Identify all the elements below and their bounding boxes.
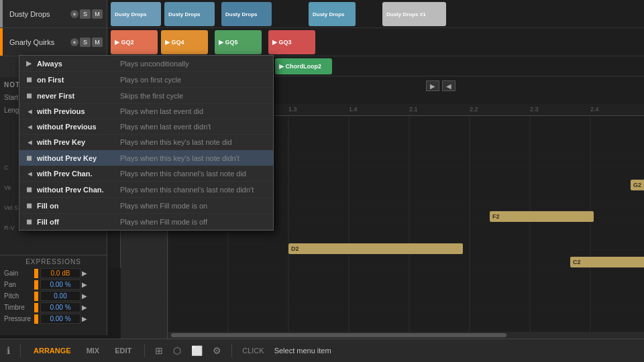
expr-value-1[interactable]: 0.00 % <box>40 280 80 290</box>
track-s-dusty[interactable]: S <box>80 9 91 19</box>
ve-label: Ve <box>4 184 11 191</box>
expressions-panel: EXPRESSIONS Gain 0.0 dB ▶ Pan 0.00 % ▶ P… <box>0 255 107 335</box>
dropdown-item-desc-10: Plays when Fill mode is off <box>120 218 207 226</box>
dropdown-item-icon-10: ◼ <box>26 217 37 226</box>
expr-label-0: Gain <box>4 269 34 277</box>
track-s-gnarly[interactable]: S <box>80 38 91 47</box>
expr-row-1: Pan 0.00 % ▶ <box>4 280 103 290</box>
dropdown-item-4[interactable]: ◄ without Previous Plays when last event… <box>19 119 273 135</box>
dropdown-item-name-0: Always <box>37 60 117 68</box>
h-scrollbar-thumb[interactable] <box>171 333 506 337</box>
arr-clip-GQ4[interactable]: ▶ GQ4 <box>161 30 208 54</box>
dropdown-item-name-4: without Previous <box>37 123 117 131</box>
dropdown-item-icon-2: ◼ <box>26 91 37 100</box>
expressions-title: EXPRESSIONS <box>4 258 103 265</box>
arr-clip-GQ5[interactable]: ▶ GQ5 <box>215 30 262 54</box>
mixer-icon[interactable]: ⚙ <box>213 345 221 356</box>
dropdown-item-2[interactable]: ◼ never First Skips the first cycle <box>19 88 273 104</box>
sep2 <box>144 344 145 357</box>
expr-arrow-2[interactable]: ▶ <box>82 292 87 300</box>
dropdown-item-6[interactable]: ◼ without Prev Key Plays when this key's… <box>19 150 273 166</box>
dropdown-item-name-9: Fill on <box>37 202 117 210</box>
view-icon[interactable]: ⬜ <box>191 345 203 356</box>
dropdown-item-name-5: with Prev Key <box>37 138 117 146</box>
dropdown-item-desc-1: Plays on first cycle <box>120 76 181 84</box>
arr-clip-Dusty-Drops[interactable]: Dusty Drops <box>164 2 215 26</box>
play-btn[interactable]: ▶ <box>426 80 439 91</box>
tab-mix[interactable]: MIX <box>84 345 103 356</box>
expr-row-4: Pressure 0.00 % ▶ <box>4 314 103 324</box>
vel-label: Vel S <box>4 204 18 211</box>
tab-arrange[interactable]: ARRANGE <box>31 345 74 356</box>
note-block-D2[interactable]: D2 <box>288 243 463 254</box>
dropdown-item-icon-1: ◼ <box>26 75 37 84</box>
track-row-gnarly: ▶ GQ2▶ GQ4▶ GQ5▶ GQ3 <box>107 28 644 56</box>
track-color-dusty <box>0 0 3 27</box>
h-scrollbar[interactable] <box>168 332 644 339</box>
dropdown-item-8[interactable]: ◼ without Prev Chan. Plays when this cha… <box>19 182 273 198</box>
expr-bar-4 <box>34 314 38 324</box>
expr-row-2: Pitch 0.00 ▶ <box>4 291 103 301</box>
dropdown-item-7[interactable]: ◄ with Prev Chan. Plays when this channe… <box>19 166 273 182</box>
expr-arrow-0[interactable]: ▶ <box>82 269 87 277</box>
arr-clip-Dusty-Drops[interactable]: Dusty Drops <box>111 2 161 26</box>
dropdown-item-0[interactable]: ▶ Always Plays unconditionally <box>19 56 273 72</box>
track-m-dusty[interactable]: M <box>92 9 103 19</box>
dropdown-item-icon-6: ◼ <box>26 154 37 162</box>
expr-value-2[interactable]: 0.00 <box>40 291 80 301</box>
dropdown-item-name-8: without Prev Chan. <box>37 186 117 194</box>
note-block-C2[interactable]: C2 <box>570 257 644 267</box>
arr-clip-GQ2[interactable]: ▶ GQ2 <box>111 30 158 54</box>
sep3 <box>231 344 232 357</box>
note-block-G2[interactable]: G2 <box>631 180 644 190</box>
playback-controls: ▶ ◀ <box>426 80 455 91</box>
dropdown-item-9[interactable]: ◼ Fill on Plays when Fill mode is on <box>19 198 273 214</box>
ruler-mark-3: 1.4 <box>349 106 358 113</box>
ruler-mark-7: 2.4 <box>590 106 599 113</box>
expr-label-4: Pressure <box>4 315 34 322</box>
arr-clip-GQ3[interactable]: ▶ GQ3 <box>268 30 315 54</box>
link-icon[interactable]: ⬡ <box>173 345 181 356</box>
dropdown-item-icon-0: ▶ <box>26 59 37 68</box>
arr-clip-Dusty-Drops[interactable]: Dusty Drops <box>221 2 272 26</box>
bottom-bar: ℹ ARRANGE MIX EDIT ⊞ ⬡ ⬜ ⚙ CLICK Select … <box>0 339 644 362</box>
expr-arrow-1[interactable]: ▶ <box>82 281 87 288</box>
dropdown-item-3[interactable]: ◄ with Previous Plays when last event di… <box>19 104 273 119</box>
track-row-gnarly-header: Gnarly Quirks ● S M <box>0 28 107 56</box>
note-block-F2[interactable]: F2 <box>490 211 594 222</box>
tab-edit[interactable]: EDIT <box>112 345 134 356</box>
expr-label-3: Timbre <box>4 304 34 311</box>
dropdown-item-5[interactable]: ◄ with Prev Key Plays when this key's la… <box>19 135 273 150</box>
ruler-mark-2: 1.3 <box>288 106 297 113</box>
dropdown-item-desc-6: Plays when this key's last note didn't <box>120 154 239 162</box>
ruler-mark-6: 2.3 <box>530 106 539 113</box>
dropdown-item-name-1: on First <box>37 76 117 84</box>
expr-bar-1 <box>34 280 38 290</box>
track-row-dusty: Dusty DropsDusty DropsDusty DropsDusty D… <box>107 0 644 28</box>
dropdown-item-desc-4: Plays when last event didn't <box>120 123 211 131</box>
dropdown-item-icon-5: ◄ <box>26 138 37 146</box>
dropdown-item-desc-5: Plays when this key's last note did <box>120 138 232 146</box>
dropdown-item-desc-7: Plays when this channel's last note did <box>120 170 246 178</box>
track-name-gnarly: Gnarly Quirks <box>4 38 69 46</box>
expr-arrow-3[interactable]: ▶ <box>82 304 87 311</box>
arr-clip-chordloop[interactable]: ▶ ChordLoop2 <box>275 58 332 74</box>
track-rec-dusty[interactable]: ● <box>70 10 78 18</box>
dropdown-item-10[interactable]: ◼ Fill off Plays when Fill mode is off <box>19 214 273 230</box>
arrange-icon[interactable]: ⊞ <box>155 345 163 356</box>
arr-clip-Dusty-Drops[interactable]: Dusty Drops <box>309 2 356 26</box>
expr-arrow-4[interactable]: ▶ <box>82 315 87 322</box>
expr-label-1: Pan <box>4 281 34 288</box>
dropdown-item-1[interactable]: ◼ on First Plays on first cycle <box>19 72 273 88</box>
dropdown-menu[interactable]: ▶ Always Plays unconditionally ◼ on Firs… <box>19 55 274 231</box>
track-m-gnarly[interactable]: M <box>92 38 103 47</box>
arr-clip-Dusty-Drops-#1[interactable]: Dusty Drops #1 <box>382 2 446 26</box>
track-rec-gnarly[interactable]: ● <box>70 38 78 46</box>
expr-value-3[interactable]: 0.00 % <box>40 302 80 312</box>
c-label: C <box>4 164 9 171</box>
dropdown-item-desc-3: Plays when last event did <box>120 107 203 115</box>
info-icon[interactable]: ℹ <box>7 345 10 356</box>
expr-value-4[interactable]: 0.00 % <box>40 314 80 324</box>
expr-value-0[interactable]: 0.0 dB <box>40 268 80 278</box>
back-btn[interactable]: ◀ <box>442 80 455 91</box>
